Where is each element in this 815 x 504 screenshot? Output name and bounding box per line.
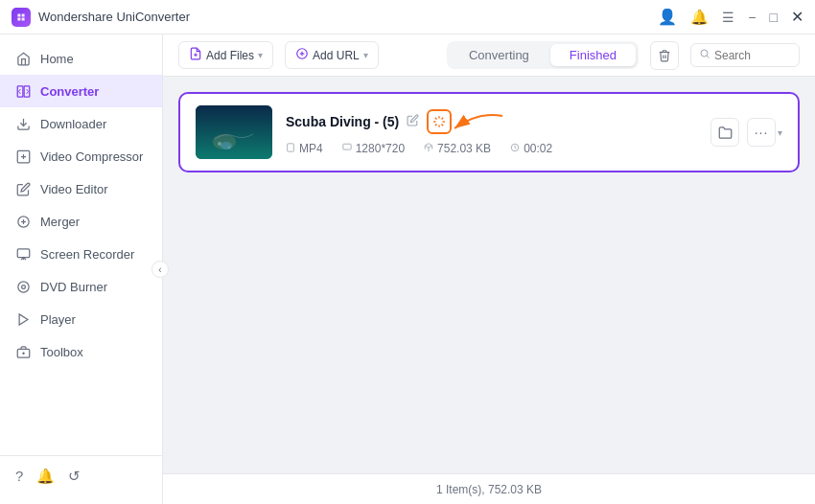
maximize-icon[interactable]: □ [770,10,778,25]
add-files-label: Add Files [206,49,254,62]
close-icon[interactable]: ✕ [791,8,803,26]
app-icon [12,8,31,27]
app-body: Home Converter Downloader Video Compress… [0,34,815,504]
file-format: MP4 [299,142,323,155]
sidebar-item-toolbox[interactable]: Toolbox [0,335,162,368]
edit-icon[interactable] [407,114,419,129]
dvd-icon [15,279,31,294]
svg-rect-29 [343,144,351,149]
format-icon [286,143,295,154]
sidebar-item-merger[interactable]: Merger [0,205,162,238]
svg-point-9 [17,281,28,291]
minimize-icon[interactable]: − [748,10,756,25]
app-title: Wondershare UniConverter [38,10,658,24]
merger-icon [15,214,31,229]
bell-icon[interactable]: 🔔 [36,468,55,485]
status-text: 1 Item(s), 752.03 KB [436,483,542,496]
add-files-button[interactable]: Add Files ▾ [178,41,273,69]
file-meta: MP4 1280*720 752.03 KB [286,142,697,155]
more-chevron[interactable]: ▾ [778,127,782,138]
tab-group: Converting Finished [447,41,639,69]
converter-icon [15,83,31,99]
file-card: Scuba Diving - (5) [178,92,800,172]
sidebar-item-converter[interactable]: Converter [0,75,162,107]
notification-icon[interactable]: 🔔 [690,9,709,26]
main-content: Scuba Diving - (5) [163,77,815,473]
sidebar-label-dvd: DVD Burner [40,280,107,294]
file-name-row: Scuba Diving - (5) [286,109,697,134]
svg-point-26 [221,142,232,149]
svg-point-20 [701,50,708,57]
search-icon [699,48,710,62]
sidebar-item-dvd-burner[interactable]: DVD Burner [0,270,162,303]
sidebar-item-video-compressor[interactable]: Video Compressor [0,140,162,172]
sidebar-label-recorder: Screen Recorder [40,247,134,262]
file-size: 752.03 KB [437,142,491,155]
clip-button[interactable] [427,109,452,134]
feedback-icon[interactable]: ↺ [68,468,81,485]
svg-rect-7 [17,248,30,257]
format-meta: MP4 [286,142,323,155]
trash-button[interactable] [650,41,679,70]
sidebar-label-home: Home [40,52,74,66]
sidebar-collapse-button[interactable]: ‹ [151,261,169,278]
folder-button[interactable] [710,118,739,147]
add-url-chevron: ▾ [363,50,368,60]
titlebar: Wondershare UniConverter 👤 🔔 ☰ − □ ✕ [0,0,815,34]
recorder-icon [15,246,31,262]
file-resolution: 1280*720 [356,142,405,155]
file-name: Scuba Diving - (5) [286,114,399,129]
file-info: Scuba Diving - (5) [286,109,697,155]
sidebar-item-home[interactable]: Home [0,42,162,75]
size-icon [424,143,433,154]
duration-meta: 00:02 [510,142,552,155]
sidebar-item-player[interactable]: Player [0,303,162,335]
add-files-chevron: ▾ [258,50,263,60]
sidebar-footer: ? 🔔 ↺ [0,455,162,496]
arrow-indicator [450,111,507,140]
more-dots: ··· [755,125,769,140]
sidebar-item-downloader[interactable]: Downloader [0,107,162,140]
add-files-icon [189,47,202,63]
resolution-icon [342,143,352,154]
file-thumbnail [196,105,272,159]
help-icon[interactable]: ? [15,468,23,485]
profile-icon[interactable]: 👤 [658,8,677,26]
svg-point-10 [21,285,25,288]
sidebar-label-merger: Merger [40,215,80,229]
content-area: Add Files ▾ Add URL ▾ Converting Finishe… [163,34,815,504]
sidebar-label-player: Player [40,312,76,327]
more-button[interactable]: ··· ▾ [747,118,782,147]
size-meta: 752.03 KB [424,142,491,155]
window-controls: 👤 🔔 ☰ − □ ✕ [658,8,803,26]
menu-icon[interactable]: ☰ [722,10,734,25]
file-actions: ··· ▾ [710,118,782,147]
add-url-icon [295,47,309,63]
toolbox-icon [15,344,31,359]
editor-icon [15,181,31,196]
add-url-label: Add URL [313,49,360,62]
downloader-icon [15,116,31,131]
sidebar: Home Converter Downloader Video Compress… [0,34,163,504]
svg-rect-22 [196,105,272,159]
svg-line-21 [707,56,709,57]
svg-marker-11 [19,313,28,324]
search-input[interactable] [714,49,791,62]
duration-icon [510,143,520,154]
tab-converting[interactable]: Converting [450,44,548,66]
sidebar-label-toolbox: Toolbox [40,345,83,359]
sidebar-item-screen-recorder[interactable]: Screen Recorder [0,238,162,270]
toolbar: Add Files ▾ Add URL ▾ Converting Finishe… [163,34,815,77]
more-options-button[interactable]: ··· [747,118,776,147]
sidebar-label-converter: Converter [40,84,99,99]
clip-icon-wrapper [427,109,452,134]
add-url-button[interactable]: Add URL ▾ [285,41,379,69]
sidebar-item-video-editor[interactable]: Video Editor [0,172,162,205]
tab-finished[interactable]: Finished [550,44,636,66]
home-icon [15,51,31,66]
sidebar-label-editor: Video Editor [40,182,108,196]
sidebar-label-compressor: Video Compressor [40,149,143,164]
search-box[interactable] [690,43,800,67]
file-duration: 00:02 [524,142,552,155]
statusbar: 1 Item(s), 752.03 KB [163,473,815,504]
